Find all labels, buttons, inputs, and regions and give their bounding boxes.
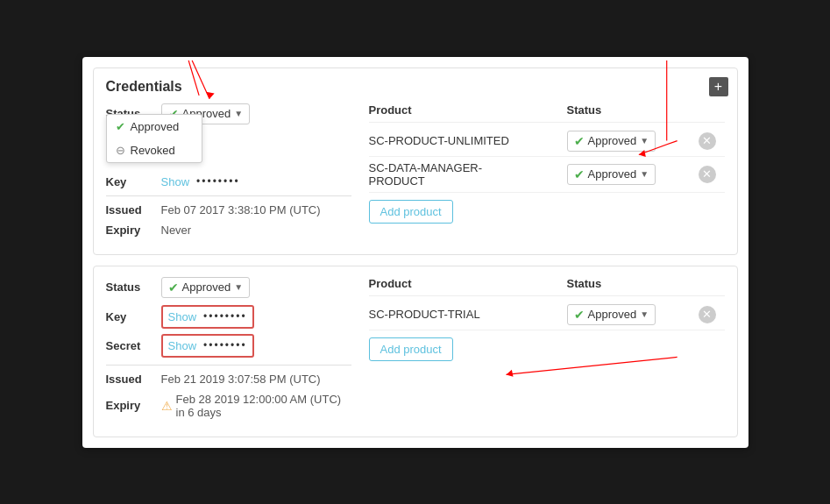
product-status-1-1: ✔ Approved ▼ [567,131,699,152]
status-col-header-1: Status [567,103,699,117]
product-status-value-2-1: Approved [588,308,637,321]
key-label-2: Key [106,310,154,323]
dropdown-item-revoked-1[interactable]: ⊖ Revoked [107,138,202,162]
product-status-dropdown-2-1[interactable]: ✔ Approved ▼ [567,304,656,325]
warning-icon-2: ⚠ [161,399,173,413]
expiry-value-1: Never [161,224,192,237]
product-status-value-1-2: Approved [588,167,637,181]
expiry-value-2: Feb 28 2019 12:00:00 AM (UTC) in 6 days [176,393,351,419]
remove-product-button-2-1[interactable]: ✕ [699,306,716,323]
dropdown-item-approved-1[interactable]: ✔ Approved [107,115,202,138]
product-name-2-1: SC-PRODUCT-TRIAL [369,308,567,321]
issued-value-1: Feb 07 2017 3:38:10 PM (UTC) [161,203,321,217]
product-status-2-1: ✔ Approved ▼ [567,304,699,325]
revoked-icon: ⊖ [116,144,125,157]
credentials-title: Credentials [106,79,725,95]
credentials-section-1: Credentials + Status ✔ Approved ▼ ✔ [93,67,738,255]
product-check-icon-1-2: ✔ [574,167,585,181]
caret-icon-2: ▼ [234,282,243,292]
remove-product-button-1-2[interactable]: ✕ [699,166,716,183]
product-name-1-1: SC-PRODUCT-UNLIMITED [369,134,567,147]
add-product-button-1[interactable]: Add product [369,200,453,224]
product-table-header-1: Product Status [369,103,725,123]
add-credentials-button[interactable]: + [709,77,728,96]
caret-icon-1: ▼ [234,109,243,118]
status-label-2: Status [106,280,154,294]
approved-check-icon: ✔ [116,120,125,133]
product-table-header-2: Product Status [369,277,725,296]
status-field-2: Status ✔ Approved ▼ [106,277,351,298]
product-caret-2-1: ▼ [640,309,649,319]
product-name-1-2: SC-DATA-MANAGER-PRODUCT [369,161,567,188]
issued-row-1: Issued Feb 07 2017 3:38:10 PM (UTC) [106,203,351,217]
status-col-header-2: Status [567,277,699,290]
product-action-1-1: ✕ [699,132,725,150]
status-value-2: Approved [182,280,231,294]
issued-label-2: Issued [106,373,154,386]
check-icon-2: ✔ [168,280,179,295]
key-highlight-box-2: Show •••••••• [161,305,254,329]
issued-label-1: Issued [106,203,154,217]
product-caret-1-2: ▼ [640,169,649,179]
expiry-row-1: Expiry Never [106,224,351,237]
issued-value-2: Feb 21 2019 3:07:58 PM (UTC) [161,373,321,386]
product-status-1-2: ✔ Approved ▼ [567,164,699,185]
key-label-1: Key [106,175,154,188]
expiry-warn-2: ⚠ Feb 28 2019 12:00:00 AM (UTC) in 6 day… [161,393,351,419]
product-col-header-1: Product [369,103,567,117]
expiry-row-2: Expiry ⚠ Feb 28 2019 12:00:00 AM (UTC) i… [106,393,351,419]
product-action-2-1: ✕ [699,306,725,323]
secret-show-link-2[interactable]: Show [168,339,197,352]
key-dots-2: •••••••• [203,310,247,323]
status-dropdown-2[interactable]: ✔ Approved ▼ [161,277,251,298]
product-col-header-2: Product [369,277,567,290]
key-show-link-2[interactable]: Show [168,310,197,323]
credentials-section-2: Status ✔ Approved ▼ Key Show •••••••• [93,266,738,437]
key-dots-1: •••••••• [196,175,240,188]
left-panel-2: Status ✔ Approved ▼ Key Show •••••••• [106,277,351,426]
product-status-dropdown-1-2[interactable]: ✔ Approved ▼ [567,164,656,185]
secret-highlight-box-2: Show •••••••• [161,334,254,358]
product-action-1-2: ✕ [699,166,725,183]
dropdown-approved-label: Approved [131,120,180,133]
product-row-2-1: SC-PRODUCT-TRIAL ✔ Approved ▼ ✕ [369,300,725,330]
key-row-2: Key Show •••••••• [106,305,351,329]
product-row-1-2: SC-DATA-MANAGER-PRODUCT ✔ Approved ▼ ✕ [369,157,725,193]
secret-label-2: Secret [106,339,154,352]
status-dropdown-menu-1: ✔ Approved ⊖ Revoked [106,114,202,163]
product-caret-1-1: ▼ [640,136,649,146]
product-check-icon-2-1: ✔ [574,308,585,322]
add-product-button-2[interactable]: Add product [369,337,453,361]
expiry-label-2: Expiry [106,399,154,412]
secret-row-2: Secret Show •••••••• [106,334,351,358]
right-panel-1: Product Status SC-PRODUCT-UNLIMITED ✔ Ap… [369,103,725,244]
dropdown-revoked-label: Revoked [131,144,175,157]
product-row-1-1: SC-PRODUCT-UNLIMITED ✔ Approved ▼ ✕ [369,126,725,157]
product-status-value-1-1: Approved [588,134,637,147]
product-status-dropdown-1-1[interactable]: ✔ Approved ▼ [567,131,656,152]
expiry-label-1: Expiry [106,224,154,237]
issued-row-2: Issued Feb 21 2019 3:07:58 PM (UTC) [106,373,351,386]
remove-product-button-1-1[interactable]: ✕ [699,132,716,150]
product-check-icon-1-1: ✔ [574,134,585,148]
left-panel-1: Status ✔ Approved ▼ ✔ Approved ⊖ [106,103,351,244]
secret-dots-2: •••••••• [203,339,247,351]
key-show-link-1[interactable]: Show [161,175,190,188]
right-panel-2: Product Status SC-PRODUCT-TRIAL ✔ Approv… [369,277,725,426]
key-row-1: Key Show •••••••• [106,175,351,188]
